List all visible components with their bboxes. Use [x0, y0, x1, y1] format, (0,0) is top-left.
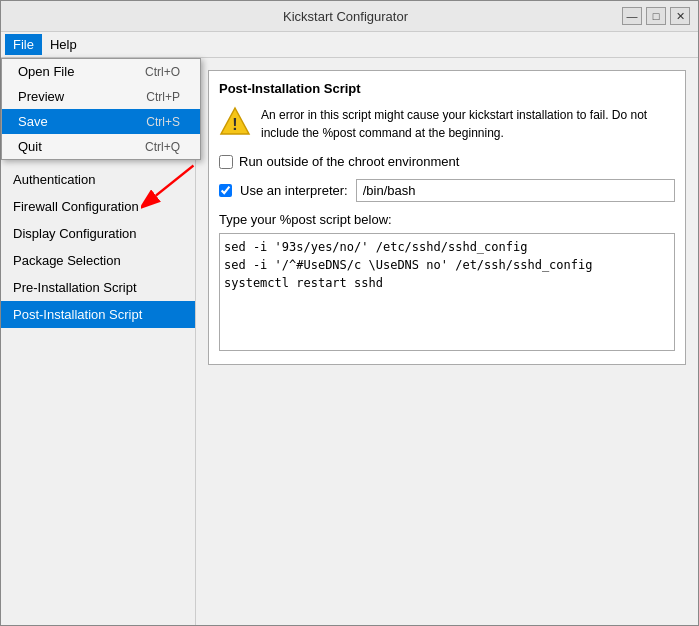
window-title: Kickstart Configurator [69, 9, 622, 24]
script-textarea[interactable] [219, 233, 675, 351]
chroot-checkbox[interactable] [219, 155, 233, 169]
sidebar-item-firewall-config[interactable]: Firewall Configuration [1, 193, 195, 220]
warning-icon: ! [219, 106, 251, 138]
maximize-button[interactable]: □ [646, 7, 666, 25]
right-panel: Post-Installation Script ! An error in t… [196, 58, 698, 625]
svg-text:!: ! [232, 116, 237, 133]
chroot-label: Run outside of the chroot environment [239, 154, 459, 169]
menu-help[interactable]: Help [42, 34, 85, 55]
interpreter-input[interactable] [356, 179, 675, 202]
menu-bar: File Help Open File Ctrl+O Preview Ctrl+… [1, 32, 698, 58]
sidebar-item-authentication[interactable]: Authentication [1, 166, 195, 193]
post-install-section: Post-Installation Script ! An error in t… [208, 70, 686, 365]
interpreter-label: Use an interpreter: [240, 183, 348, 198]
chroot-checkbox-row: Run outside of the chroot environment [219, 154, 675, 169]
main-window: Kickstart Configurator — □ ✕ File Help O… [0, 0, 699, 626]
sidebar-item-package-selection[interactable]: Package Selection [1, 247, 195, 274]
warning-row: ! An error in this script might cause yo… [219, 106, 675, 142]
menu-preview[interactable]: Preview Ctrl+P [2, 84, 200, 109]
sidebar-item-post-install[interactable]: Post-Installation Script [1, 301, 195, 328]
title-bar: Kickstart Configurator — □ ✕ [1, 1, 698, 32]
script-label: Type your %post script below: [219, 212, 675, 227]
window-controls: — □ ✕ [622, 7, 690, 25]
menu-quit[interactable]: Quit Ctrl+Q [2, 134, 200, 159]
sidebar-item-display-config[interactable]: Display Configuration [1, 220, 195, 247]
menu-open-file[interactable]: Open File Ctrl+O [2, 59, 200, 84]
minimize-button[interactable]: — [622, 7, 642, 25]
section-title: Post-Installation Script [219, 81, 675, 96]
warning-text: An error in this script might cause your… [261, 106, 675, 142]
file-dropdown-menu: Open File Ctrl+O Preview Ctrl+P Save Ctr… [1, 58, 201, 160]
interpreter-checkbox[interactable] [219, 184, 232, 197]
sidebar-item-pre-install[interactable]: Pre-Installation Script [1, 274, 195, 301]
menu-save[interactable]: Save Ctrl+S [2, 109, 200, 134]
interpreter-row: Use an interpreter: [219, 179, 675, 202]
close-button[interactable]: ✕ [670, 7, 690, 25]
menu-file[interactable]: File [5, 34, 42, 55]
